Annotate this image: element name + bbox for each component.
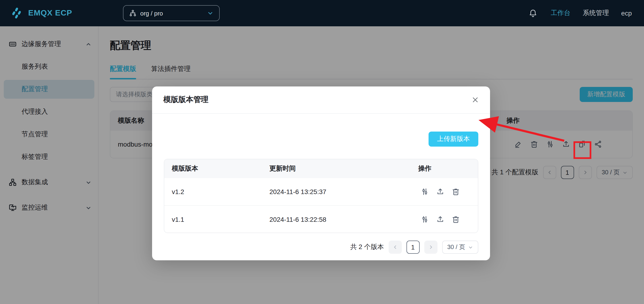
column-actions: 操作 [418, 164, 478, 173]
page-size-select[interactable]: 30 / 页 [442, 240, 478, 254]
delete-icon[interactable] [452, 215, 460, 223]
notification-bell-icon[interactable] [529, 9, 538, 18]
prev-page-button[interactable] [388, 240, 402, 254]
chevron-down-icon [468, 244, 473, 250]
close-icon[interactable] [472, 96, 479, 103]
version-cell: v1.2 [164, 188, 270, 195]
upload-new-version-button[interactable]: 上传新版本 [428, 132, 478, 147]
emqx-logo-icon [11, 7, 24, 19]
pagination-total: 共 2 个版本 [350, 243, 384, 251]
org-hierarchy-icon [129, 10, 136, 17]
column-updated-time: 更新时间 [270, 164, 418, 173]
updated-time-cell: 2024-11-6 13:25:37 [270, 188, 418, 195]
next-page-button[interactable] [424, 240, 437, 254]
modal-title: 模版版本管理 [163, 95, 208, 105]
version-cell: v1.1 [164, 215, 270, 223]
emqx-logo: EMQX ECP [11, 7, 72, 19]
column-version: 模版版本 [164, 164, 270, 173]
modal-body: 上传新版本 模版版本 更新时间 操作 v1.2 2024-11-6 13:25:… [152, 114, 490, 254]
page-number-button[interactable]: 1 [406, 240, 420, 254]
delete-icon[interactable] [452, 187, 460, 196]
updated-time-cell: 2024-11-6 13:22:58 [270, 215, 418, 223]
version-table-header: 模版版本 更新时间 操作 [164, 159, 478, 178]
modal-header: 模版版本管理 [152, 87, 490, 114]
version-row-actions [418, 187, 478, 196]
nav-workbench[interactable]: 工作台 [551, 9, 570, 17]
org-project-selector[interactable]: org / pro [123, 5, 220, 21]
upload-icon[interactable] [436, 187, 444, 196]
nav-system-management[interactable]: 系统管理 [583, 9, 609, 17]
topbar-right: 工作台 系统管理 ecp [529, 9, 632, 18]
upload-icon[interactable] [436, 215, 444, 223]
template-version-modal: 模版版本管理 上传新版本 模版版本 更新时间 操作 v1.2 2024-11-6… [152, 87, 490, 260]
chevron-down-icon [207, 10, 214, 17]
version-row: v1.1 2024-11-6 13:22:58 [164, 205, 478, 233]
logo-text: EMQX ECP [28, 9, 72, 18]
nav-ecp[interactable]: ecp [621, 10, 632, 17]
version-table: 模版版本 更新时间 操作 v1.2 2024-11-6 13:25:37 [164, 159, 478, 233]
version-pagination: 共 2 个版本 1 30 / 页 [164, 240, 478, 254]
adjust-params-icon[interactable] [420, 187, 429, 196]
app-viewport: EMQX ECP org / pro 工作台 系统管理 ecp [0, 0, 644, 304]
top-bar: EMQX ECP org / pro 工作台 系统管理 ecp [0, 0, 644, 26]
version-row-actions [418, 215, 478, 223]
org-selector-value: org / pro [140, 10, 163, 17]
version-row: v1.2 2024-11-6 13:25:37 [164, 178, 478, 205]
adjust-params-icon[interactable] [420, 215, 429, 223]
